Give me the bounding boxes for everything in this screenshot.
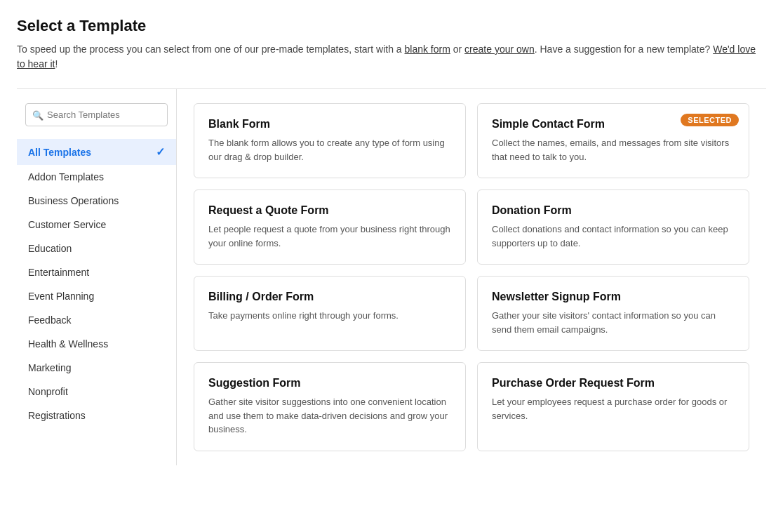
template-card-blank-form[interactable]: Blank FormThe blank form allows you to c… bbox=[194, 103, 466, 178]
subtitle-end: . Have a suggestion for a new template? bbox=[535, 44, 713, 55]
main-content: Blank FormThe blank form allows you to c… bbox=[177, 89, 766, 465]
template-card-title: Suggestion Form bbox=[208, 377, 451, 390]
template-card-title: Billing / Order Form bbox=[208, 291, 451, 303]
sidebar-item-nonprofit[interactable]: Nonprofit bbox=[17, 380, 176, 404]
search-input[interactable] bbox=[25, 103, 168, 126]
template-card-title: Newsletter Signup Form bbox=[492, 291, 735, 303]
page-title: Select a Template bbox=[17, 17, 766, 35]
nav-item-label: Event Planning bbox=[28, 291, 94, 302]
subtitle-middle: or bbox=[450, 44, 464, 55]
sidebar-item-all-templates[interactable]: All Templates✓ bbox=[17, 139, 176, 165]
template-card-desc: Gather site visitor suggestions into one… bbox=[208, 395, 451, 437]
sidebar-item-customer-service[interactable]: Customer Service bbox=[17, 213, 176, 237]
template-card-desc: Collect donations and contact informatio… bbox=[492, 222, 735, 250]
sidebar-item-marketing[interactable]: Marketing bbox=[17, 356, 176, 380]
nav-item-label: Registrations bbox=[28, 410, 86, 421]
create-your-own-link[interactable]: create your own bbox=[464, 44, 535, 55]
nav-item-label: Addon Templates bbox=[28, 171, 104, 182]
templates-grid: Blank FormThe blank form allows you to c… bbox=[194, 103, 749, 451]
template-card-billing-order-form[interactable]: Billing / Order FormTake payments online… bbox=[194, 276, 466, 351]
template-card-desc: Let people request a quote from your bus… bbox=[208, 222, 451, 250]
nav-item-label: Nonprofit bbox=[28, 386, 68, 397]
template-card-newsletter-signup-form[interactable]: Newsletter Signup FormGather your site v… bbox=[477, 276, 749, 351]
template-card-request-a-quote-form[interactable]: Request a Quote FormLet people request a… bbox=[194, 189, 466, 265]
sidebar-item-health-&-wellness[interactable]: Health & Wellness bbox=[17, 332, 176, 356]
template-card-desc: Gather your site visitors' contact infor… bbox=[492, 309, 735, 336]
nav-item-label: Entertainment bbox=[28, 267, 89, 278]
selected-badge: SELECTED bbox=[681, 114, 739, 126]
page-subtitle: To speed up the process you can select f… bbox=[17, 42, 766, 72]
sidebar-item-registrations[interactable]: Registrations bbox=[17, 404, 176, 427]
blank-form-link[interactable]: blank form bbox=[405, 44, 450, 55]
nav-item-label: Health & Wellness bbox=[28, 338, 108, 350]
template-card-title: Request a Quote Form bbox=[208, 204, 451, 217]
nav-item-label: Marketing bbox=[28, 362, 71, 373]
sidebar: 🔍 All Templates✓Addon TemplatesBusiness … bbox=[17, 89, 177, 465]
sidebar-item-feedback[interactable]: Feedback bbox=[17, 308, 176, 332]
sidebar-item-event-planning[interactable]: Event Planning bbox=[17, 284, 176, 308]
sidebar-item-education[interactable]: Education bbox=[17, 237, 176, 260]
template-card-donation-form[interactable]: Donation FormCollect donations and conta… bbox=[477, 189, 749, 265]
sidebar-item-entertainment[interactable]: Entertainment bbox=[17, 260, 176, 284]
template-card-desc: Collect the names, emails, and messages … bbox=[492, 136, 735, 164]
sidebar-nav: All Templates✓Addon TemplatesBusiness Op… bbox=[17, 139, 176, 427]
sidebar-item-business-operations[interactable]: Business Operations bbox=[17, 189, 176, 213]
nav-item-label: Customer Service bbox=[28, 219, 106, 230]
template-card-suggestion-form[interactable]: Suggestion FormGather site visitor sugge… bbox=[194, 362, 466, 451]
subtitle-final: ! bbox=[55, 58, 58, 69]
nav-item-label: Feedback bbox=[28, 314, 71, 326]
nav-item-label: All Templates bbox=[28, 147, 91, 158]
template-card-desc: The blank form allows you to create any … bbox=[208, 136, 451, 164]
check-icon: ✓ bbox=[156, 145, 165, 159]
content-area: 🔍 All Templates✓Addon TemplatesBusiness … bbox=[17, 89, 766, 465]
template-card-title: Donation Form bbox=[492, 204, 735, 217]
template-card-desc: Take payments online right through your … bbox=[208, 309, 451, 323]
template-card-title: Blank Form bbox=[208, 118, 451, 131]
sidebar-item-addon-templates[interactable]: Addon Templates bbox=[17, 165, 176, 189]
template-card-purchase-order-request-form[interactable]: Purchase Order Request FormLet your empl… bbox=[477, 362, 749, 451]
nav-item-label: Business Operations bbox=[28, 195, 119, 206]
template-card-simple-contact-form[interactable]: SELECTEDSimple Contact FormCollect the n… bbox=[477, 103, 749, 178]
nav-item-label: Education bbox=[28, 243, 72, 254]
search-wrapper: 🔍 bbox=[17, 103, 176, 126]
subtitle-text: To speed up the process you can select f… bbox=[17, 44, 405, 55]
template-card-desc: Let your employees request a purchase or… bbox=[492, 395, 735, 423]
template-card-title: Purchase Order Request Form bbox=[492, 377, 735, 390]
